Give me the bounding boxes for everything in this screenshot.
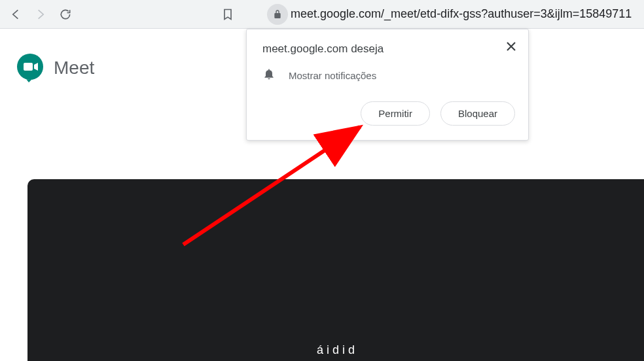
- allow-button[interactable]: Permitir: [361, 101, 430, 126]
- address-bar[interactable]: meet.google.com/_meet/etd-difx-gss?authu…: [267, 4, 640, 25]
- app-name: Meet: [54, 58, 94, 78]
- block-button[interactable]: Bloquear: [440, 101, 515, 126]
- popup-permission-label: Mostrar notificações: [289, 70, 376, 81]
- bookmark-button[interactable]: [216, 3, 240, 26]
- lock-icon[interactable]: [267, 4, 288, 25]
- popup-close-button[interactable]: [503, 39, 519, 54]
- meet-logo-icon: [17, 54, 46, 82]
- reload-button[interactable]: [54, 3, 77, 26]
- popup-actions: Permitir Bloquear: [262, 101, 515, 126]
- forward-button[interactable]: [29, 3, 52, 26]
- popup-permission-row: Mostrar notificações: [262, 67, 515, 83]
- browser-toolbar: meet.google.com/_meet/etd-difx-gss?authu…: [0, 0, 644, 29]
- notification-permission-popup: meet.google.com deseja Mostrar notificaç…: [246, 29, 529, 141]
- video-caption: á i d i d: [317, 343, 355, 357]
- video-preview: á i d i d: [27, 179, 644, 361]
- page-content: Meet á i d i d meet.google.com deseja Mo…: [0, 29, 644, 361]
- app-brand: Meet: [17, 54, 94, 82]
- back-button[interactable]: [4, 3, 27, 26]
- bell-icon: [262, 67, 276, 83]
- svg-rect-1: [24, 63, 33, 71]
- url-text: meet.google.com/_meet/etd-difx-gss?authu…: [291, 7, 632, 21]
- popup-title: meet.google.com deseja: [262, 43, 515, 56]
